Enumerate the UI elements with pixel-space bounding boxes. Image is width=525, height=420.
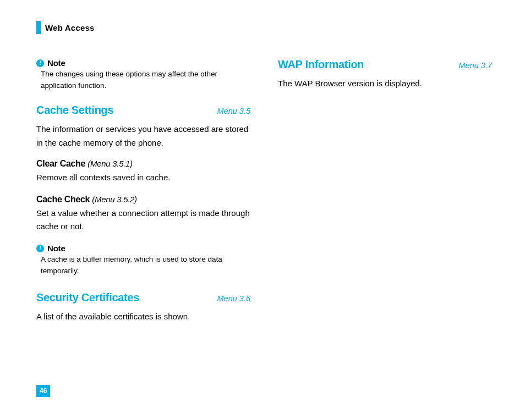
subsection-body: Set a value whether a connection attempt…	[36, 207, 250, 234]
section-body: A list of the available certificates is …	[36, 310, 250, 324]
subsection-body: Remove all contexts saved in cache.	[36, 171, 250, 185]
info-icon: !	[36, 245, 44, 252]
chapter-title: Web Access	[45, 23, 95, 32]
section-body: The WAP Browser version is displayed.	[278, 76, 492, 91]
section-body: The information or services you have acc…	[36, 122, 250, 150]
subsection-title: Cache Check (Menu 3.5.2)	[36, 195, 250, 205]
note-block: ! Note The changes using these options m…	[36, 58, 250, 92]
right-column: WAP Information Menu 3.7 The WAP Browser…	[278, 58, 492, 338]
menu-reference: Menu 3.7	[459, 61, 492, 70]
left-column: ! Note The changes using these options m…	[36, 58, 250, 338]
page-number: 46	[36, 385, 50, 397]
chapter-header: Web Access	[36, 21, 492, 34]
note-label: Note	[47, 58, 65, 68]
note-block: ! Note A cache is a buffer memory, which…	[36, 244, 250, 277]
section-wap-information: WAP Information Menu 3.7 The WAP Browser…	[278, 58, 492, 91]
note-label: Note	[47, 244, 65, 253]
subsection-menu: (Menu 3.5.1)	[88, 159, 132, 168]
subsection-name: Clear Cache	[36, 159, 85, 168]
note-text: A cache is a buffer memory, which is use…	[36, 254, 250, 277]
section-cache-settings: Cache Settings Menu 3.5 The information …	[36, 104, 250, 277]
note-text: The changes using these options may affe…	[36, 69, 250, 92]
menu-reference: Menu 3.5	[217, 107, 250, 115]
subsection-menu: (Menu 3.5.2)	[92, 195, 136, 204]
section-security-certificates: Security Certificates Menu 3.6 A list of…	[36, 291, 250, 324]
info-icon: !	[36, 59, 44, 67]
subsection-title: Clear Cache (Menu 3.5.1)	[36, 159, 250, 169]
section-title: WAP Information	[278, 58, 364, 71]
section-title: Cache Settings	[36, 104, 113, 117]
subsection-name: Cache Check	[36, 195, 90, 204]
section-title: Security Certificates	[36, 291, 139, 304]
chapter-accent-bar	[36, 21, 41, 34]
menu-reference: Menu 3.6	[217, 294, 250, 303]
